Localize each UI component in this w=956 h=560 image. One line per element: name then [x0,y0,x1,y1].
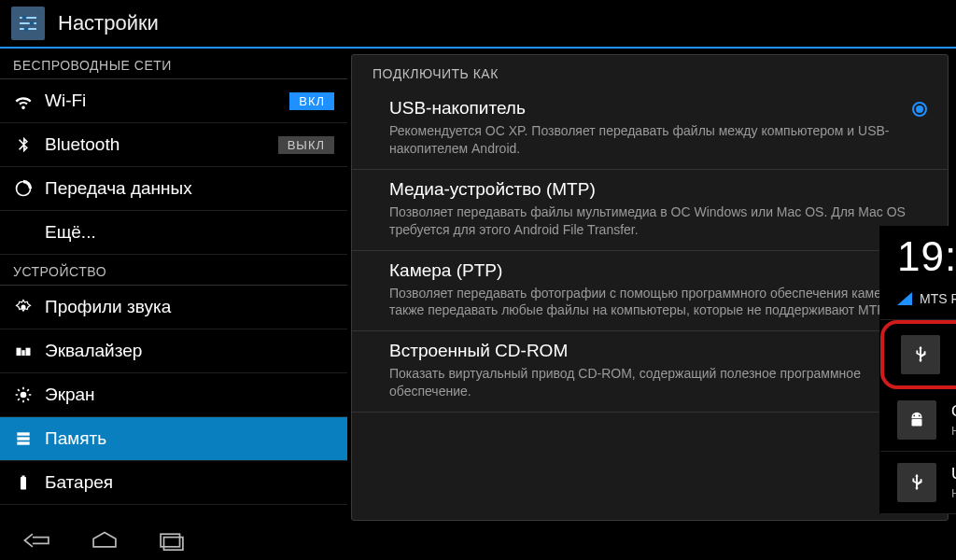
option-sub: Рекомендуется ОС XP. Позволяет передават… [389,122,903,158]
svg-rect-14 [17,441,29,444]
sidebar-item-storage[interactable]: Память [0,417,347,461]
sidebar-item-more[interactable]: Ещё... [0,211,347,255]
sidebar-item-bluetooth[interactable]: Bluetooth ВЫКЛ [0,123,347,167]
svg-rect-12 [17,432,29,435]
settings-icon [11,7,45,40]
svg-point-3 [22,16,27,21]
eq-label: Эквалайзер [45,341,334,361]
main-content: ПОДКЛЮЧИТЬ КАК USB-накопитель Рекомендуе… [347,49,956,521]
sidebar: БЕСПРОВОДНЫЕ СЕТИ Wi-Fi ВКЛ Bluetooth ВЫ… [0,49,347,521]
option-title: Камера (PTP) [389,260,927,281]
option-sub: Позволяет передавать фотографии с помощь… [389,285,927,320]
bluetooth-label: Bluetooth [45,134,267,155]
svg-point-26 [913,415,915,417]
option-sub: Позволяет передавать файлы мультимедиа в… [389,203,927,239]
sound-label: Профили звука [45,297,334,317]
svg-rect-16 [22,476,25,478]
wifi-toggle[interactable]: ВКЛ [289,92,334,110]
signal-icon [897,292,912,305]
home-button[interactable] [84,527,125,553]
notif-usb-debug[interactable]: Отладка по USB разрешена Нажмите, чтобы … [880,389,956,452]
storage-label: Память [45,428,334,449]
option-mtp[interactable]: Медиа-устройство (MTP) Позволяет передав… [352,170,948,251]
section-device: УСТРОЙСТВО [0,255,347,286]
option-cdrom[interactable]: Встроенный CD-ROM Показать виртуальный п… [352,331,948,413]
option-title: Встроенный CD-ROM [389,341,927,361]
svg-point-4 [30,21,35,26]
svg-point-27 [919,415,921,417]
display-label: Экран [45,385,334,405]
option-ptp[interactable]: Камера (PTP) Позволяет передавать фотогр… [352,251,948,332]
bluetooth-toggle[interactable]: ВЫКЛ [278,136,334,154]
usb-panel: ПОДКЛЮЧИТЬ КАК USB-накопитель Рекомендуе… [351,54,949,521]
option-sub: Показать виртуальный привод CD-ROM, соде… [389,365,927,400]
sidebar-item-data[interactable]: Передача данных [0,167,347,211]
svg-rect-13 [17,437,29,440]
sidebar-item-sound[interactable]: Профили звука [0,286,347,329]
recent-button[interactable] [151,527,192,553]
data-label: Передача данных [45,178,334,199]
bluetooth-icon [13,134,34,155]
display-icon [13,385,34,405]
notif-title: USB-подключение установлено [951,465,956,483]
section-wireless: БЕСПРОВОДНЫЕ СЕТИ [0,49,347,79]
option-usb-storage[interactable]: USB-накопитель Рекомендуется ОС XP. Позв… [352,89,948,170]
android-icon [897,400,936,440]
battery-icon [13,472,34,493]
svg-rect-15 [21,477,26,490]
wifi-icon [13,91,34,111]
notif-sub: Нажмите, чтобы скопировать файлы. [951,486,956,500]
svg-point-5 [24,27,29,32]
notif-usb-connected[interactable]: USB-подключение установлено Нажмите, что… [880,452,956,514]
app-header: Настройки [0,0,956,47]
svg-rect-10 [21,350,24,356]
status-bar: MTS RUS GoldRenard Network 57% [880,286,956,320]
clock: 19:29 [897,233,956,280]
notif-sub: Нажмите, чтобы отключить отладку по USB. [951,424,956,438]
sound-icon [13,297,34,317]
data-usage-icon [13,178,34,199]
carrier: MTS RUS [920,291,956,306]
usb-icon [901,335,940,374]
storage-icon [13,428,34,449]
notification-shade: 19:29 07.08.2013 MTS RUS GoldRenard Netw… [879,226,956,514]
radio-usb-storage[interactable] [912,102,927,117]
option-title: USB-накопитель [389,98,903,119]
equalizer-icon [13,341,34,361]
sidebar-item-battery[interactable]: Батарея [0,461,347,505]
svg-point-11 [21,392,27,399]
back-button[interactable] [17,527,58,553]
usb-icon [897,463,936,502]
panel-section: ПОДКЛЮЧИТЬ КАК [352,55,948,89]
navbar [0,521,956,560]
shade-header: 19:29 07.08.2013 [880,226,956,286]
wifi-label: Wi-Fi [45,91,278,111]
svg-rect-8 [17,348,21,356]
notif-title: Отладка по USB разрешена [951,402,956,421]
option-title: Медиа-устройство (MTP) [389,179,927,200]
more-label: Ещё... [45,222,334,243]
sidebar-item-eq[interactable]: Эквалайзер [0,329,347,373]
svg-rect-9 [26,348,31,356]
svg-rect-28 [912,419,922,426]
battery-label: Батарея [45,472,334,493]
sidebar-item-display[interactable]: Экран [0,373,347,417]
app-title: Настройки [58,11,159,35]
sidebar-item-wifi[interactable]: Wi-Fi ВКЛ [0,79,347,123]
notif-usb-storage[interactable]: Подключение к USB-накопителю Нажмите, чт… [880,320,956,389]
